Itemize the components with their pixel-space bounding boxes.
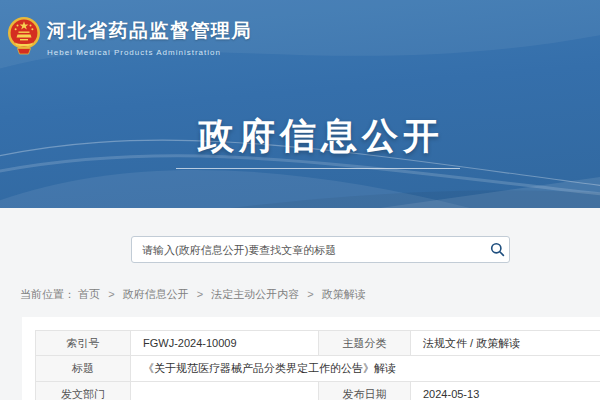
search-box <box>131 236 510 263</box>
breadcrumb-item-home[interactable]: 首页 <box>78 288 100 300</box>
table-row-title: 标题 《关于规范医疗器械产品分类界定工作的公告》解读 <box>36 356 600 382</box>
org-logo-link[interactable]: 河北省药品监督管理局 Hebei Medical Products Admini… <box>7 15 252 57</box>
breadcrumb-separator: > <box>108 288 114 300</box>
doc-title-label: 标题 <box>36 356 131 382</box>
publish-date-value: 2024-05-13 <box>411 382 600 400</box>
breadcrumb-separator: > <box>197 288 203 300</box>
page-title: 政府信息公开 <box>0 112 600 161</box>
org-titles: 河北省药品监督管理局 Hebei Medical Products Admini… <box>47 15 252 57</box>
document-card: 索引号 FGWJ-2024-10009 主题分类 法规文件 / 政策解读 标题 … <box>22 317 600 400</box>
breadcrumb-item-info-disclosure[interactable]: 政府信息公开 <box>123 288 189 300</box>
department-value <box>131 382 319 400</box>
search-icon <box>490 242 505 257</box>
org-name-en: Hebei Medical Products Administration <box>47 48 252 57</box>
category-value: 法规文件 / 政策解读 <box>411 331 600 356</box>
department-label: 发文部门 <box>36 382 131 400</box>
search-input[interactable] <box>132 237 485 262</box>
breadcrumb-label: 当前位置： <box>20 288 75 300</box>
title-underline <box>176 168 460 169</box>
page: 河北省药品监督管理局 Hebei Medical Products Admini… <box>0 0 600 400</box>
search-button[interactable] <box>485 237 509 262</box>
publish-date-label: 发布日期 <box>319 382 411 400</box>
breadcrumb: 当前位置： 首页 > 政府信息公开 > 法定主动公开内容 > 政策解读 <box>20 287 366 302</box>
org-name-zh: 河北省药品监督管理局 <box>47 18 252 44</box>
breadcrumb-separator: > <box>307 288 313 300</box>
document-meta-table: 索引号 FGWJ-2024-10009 主题分类 法规文件 / 政策解读 标题 … <box>35 330 600 400</box>
breadcrumb-item-statutory-content[interactable]: 法定主动公开内容 <box>211 288 299 300</box>
doc-title-value: 《关于规范医疗器械产品分类界定工作的公告》解读 <box>131 356 600 382</box>
category-label: 主题分类 <box>319 331 411 356</box>
national-emblem-icon <box>7 15 41 55</box>
hero-banner: 河北省药品监督管理局 Hebei Medical Products Admini… <box>0 0 600 208</box>
index-number-label: 索引号 <box>36 331 131 356</box>
breadcrumb-item-policy-interpretation[interactable]: 政策解读 <box>322 288 366 300</box>
index-number-value: FGWJ-2024-10009 <box>131 331 319 356</box>
table-row-index-category: 索引号 FGWJ-2024-10009 主题分类 法规文件 / 政策解读 <box>36 331 600 356</box>
table-row-department-date: 发文部门 发布日期 2024-05-13 <box>36 382 600 400</box>
